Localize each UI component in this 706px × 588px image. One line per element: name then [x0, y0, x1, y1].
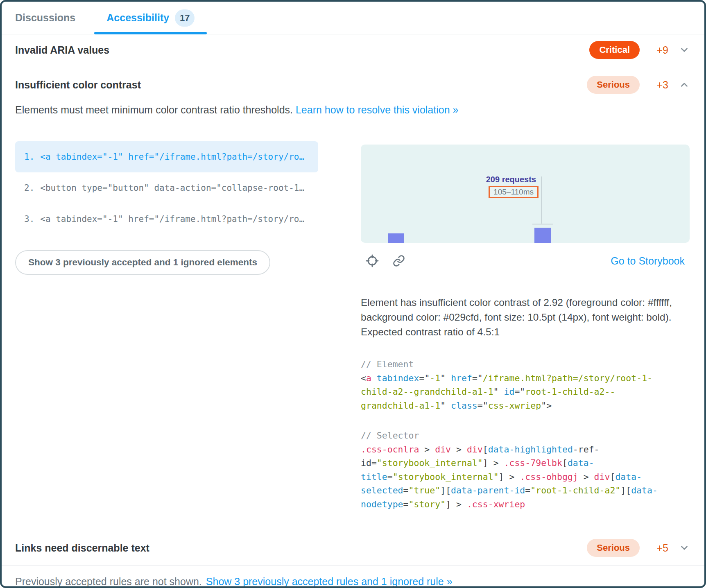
rule-header[interactable]: Insufficient color contrast Serious +3	[15, 66, 690, 94]
severity-badge-serious: Serious	[587, 76, 640, 94]
rule-row-discernable-text[interactable]: Links need discernable text Serious +5	[2, 530, 704, 565]
preview-marker-line	[541, 176, 542, 224]
accessibility-count-badge: 17	[175, 9, 195, 27]
story-preview: 209 requests 105–110ms	[361, 145, 690, 243]
violation-detail-text: Element has insufficient color contrast …	[361, 295, 690, 339]
accessibility-panel: Discussions Accessibility 17 Invalid ARI…	[0, 0, 706, 588]
violation-detail-pane: 209 requests 105–110ms	[361, 141, 690, 511]
code-comment: // Element	[361, 357, 668, 371]
rule-title: Invalid ARIA values	[15, 44, 109, 56]
resolve-violation-link[interactable]: Learn how to resolve this violation »	[296, 104, 458, 115]
rule-section-color-contrast: Insufficient color contrast Serious +3 E…	[2, 66, 704, 530]
chevron-down-icon[interactable]	[679, 45, 690, 55]
footer-text: Previously accepted rules are not shown.	[15, 576, 202, 588]
tab-discussions[interactable]: Discussions	[15, 2, 82, 34]
extra-count: +3	[650, 79, 668, 91]
rule-title: Insufficient color contrast	[15, 79, 141, 91]
element-code-snippet: <a tabindex="-1" href="/iframe.html?path…	[40, 214, 309, 224]
selector-code: .css-ocnlra > div > div[data-highlighted…	[361, 443, 668, 511]
extra-count: +9	[650, 44, 668, 56]
footer: Previously accepted rules are not shown.…	[2, 565, 704, 588]
rule-row-invalid-aria[interactable]: Invalid ARIA values Critical +9	[2, 34, 704, 66]
show-accepted-ignored-button[interactable]: Show 3 previously accepted and 1 ignored…	[15, 250, 270, 275]
show-accepted-rules-link[interactable]: Show 3 previously accepted rules and 1 i…	[206, 576, 453, 588]
rule-title: Links need discernable text	[15, 542, 149, 554]
element-code: <a tabindex="-1" href="/iframe.html?path…	[361, 371, 668, 413]
preview-tooltip-value: 105–110ms	[489, 186, 539, 198]
preview-actions: Go to Storybook	[361, 254, 690, 267]
tab-bar: Discussions Accessibility 17	[2, 2, 704, 34]
element-number: 2.	[24, 183, 34, 193]
crosshair-icon[interactable]	[366, 254, 379, 267]
violation-element-item-1[interactable]: 1. <a tabindex="-1" href="/iframe.html?p…	[15, 141, 318, 172]
selector-code-block: // Selector .css-ocnlra > div > div[data…	[361, 429, 668, 511]
code-comment: // Selector	[361, 429, 668, 443]
rule-content: 1. <a tabindex="-1" href="/iframe.html?p…	[15, 141, 690, 511]
severity-badge-critical: Critical	[589, 41, 640, 59]
preview-hover-line	[532, 224, 553, 225]
preview-bar	[388, 233, 404, 243]
tab-accessibility[interactable]: Accessibility 17	[94, 2, 207, 34]
violation-elements-list: 1. <a tabindex="-1" href="/iframe.html?p…	[15, 141, 318, 511]
chevron-down-icon[interactable]	[679, 543, 690, 553]
extra-count: +5	[650, 542, 668, 554]
violation-element-item-3[interactable]: 3. <a tabindex="-1" href="/iframe.html?p…	[15, 204, 318, 235]
element-code-block: // Element <a tabindex="-1" href="/ifram…	[361, 357, 668, 412]
element-code-snippet: <button type="button" data-action="colla…	[40, 183, 309, 193]
rule-row-controls: Critical +9	[589, 41, 690, 59]
preview-tooltip-title: 209 requests	[486, 175, 536, 184]
link-icon[interactable]	[393, 255, 405, 267]
rule-description-text: Elements must meet minimum color contras…	[15, 104, 293, 115]
rule-row-controls: Serious +3	[587, 76, 690, 94]
preview-bar	[534, 228, 551, 243]
element-code-snippet: <a tabindex="-1" href="/iframe.html?path…	[40, 152, 309, 162]
violation-element-item-2[interactable]: 2. <button type="button" data-action="co…	[15, 172, 318, 204]
tab-discussions-label: Discussions	[15, 12, 75, 24]
severity-badge-serious: Serious	[587, 539, 640, 557]
rule-description: Elements must meet minimum color contras…	[15, 104, 690, 116]
go-to-storybook-link[interactable]: Go to Storybook	[611, 255, 685, 267]
rule-row-controls: Serious +5	[587, 539, 690, 557]
element-number: 1.	[24, 152, 34, 162]
chevron-up-icon[interactable]	[679, 79, 690, 90]
element-number: 3.	[24, 214, 34, 224]
preview-tooltip: 209 requests 105–110ms	[361, 175, 539, 198]
tab-accessibility-label: Accessibility	[106, 12, 169, 24]
